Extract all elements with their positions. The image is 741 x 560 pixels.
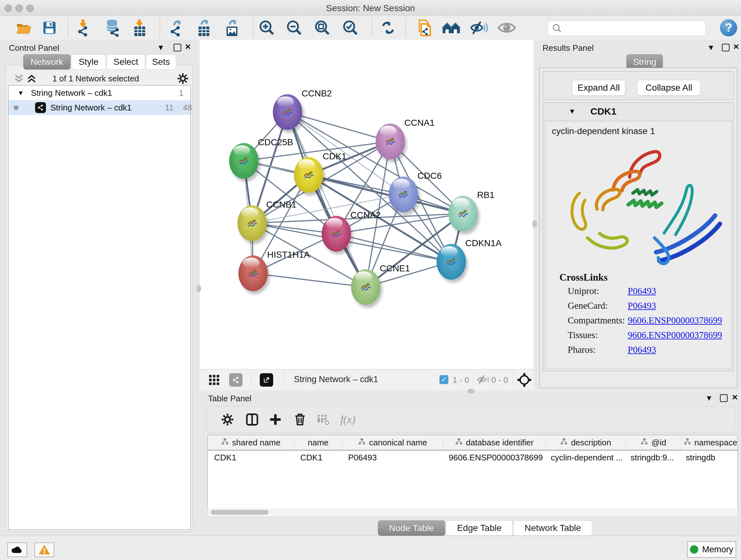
tab-edge-table[interactable]: Edge Table	[446, 520, 513, 536]
zoom-fit-button[interactable]	[312, 17, 333, 38]
network-node-ccna1[interactable]	[376, 124, 405, 159]
export-table-button[interactable]	[194, 17, 215, 38]
tab-string[interactable]: String	[626, 54, 663, 70]
column-header-database-identifier[interactable]: database identifier	[443, 435, 546, 450]
collapse-panel-icon[interactable]: ▼	[705, 394, 713, 402]
string-view-icon[interactable]	[229, 373, 243, 387]
zoom-out-button[interactable]	[284, 17, 305, 38]
section-disclosure-icon[interactable]: ▼	[569, 107, 576, 116]
create-column-icon[interactable]	[267, 411, 284, 428]
graphics-details-button[interactable]	[496, 17, 517, 38]
hide-unhide-button[interactable]	[469, 17, 490, 38]
search-input[interactable]	[565, 23, 705, 34]
collapse-panel-icon[interactable]: ▼	[707, 44, 715, 51]
column-header-canonical-name[interactable]: canonical name	[342, 435, 443, 450]
export-network-button[interactable]	[165, 17, 187, 38]
import-table-file-button[interactable]	[129, 17, 150, 38]
splitter-handle[interactable]	[197, 285, 201, 292]
table-cell[interactable]: stringdb:9...	[624, 450, 679, 464]
selected-checkbox-icon[interactable]: ✓	[440, 375, 448, 384]
home-layout-button[interactable]	[441, 17, 462, 38]
network-node-ccna2[interactable]	[322, 216, 351, 252]
close-panel-icon[interactable]: ×	[733, 42, 739, 51]
close-panel-icon[interactable]: ×	[185, 42, 191, 51]
column-header--id[interactable]: @id	[626, 435, 681, 450]
network-collection-row[interactable]: ▼ String Network – cdk1 1	[9, 85, 191, 100]
network-row-selected[interactable]: String Network – cdk1 11 48	[9, 100, 191, 115]
network-edge-hist1h1a-ccne1[interactable]	[253, 273, 366, 287]
crosslink-link[interactable]: 9606.ENSP00000378699	[628, 315, 722, 326]
network-node-rb1[interactable]	[448, 196, 478, 232]
splitter-handle[interactable]	[532, 220, 537, 227]
open-session-button[interactable]	[13, 17, 35, 38]
float-panel-icon[interactable]	[720, 394, 728, 402]
scrollbar-thumb[interactable]	[211, 510, 268, 515]
crosslink-link[interactable]: P06493	[628, 345, 656, 355]
table-cell[interactable]: 9606.ENSP00000378699	[442, 450, 544, 464]
warnings-button[interactable]	[35, 543, 54, 557]
network-node-ccnb1[interactable]	[238, 205, 267, 241]
export-image-button[interactable]	[222, 17, 243, 38]
detach-view-icon[interactable]	[260, 373, 273, 387]
help-button[interactable]: ?	[720, 19, 737, 37]
cloud-status-button[interactable]	[7, 543, 27, 557]
collection-disclosure-icon[interactable]: ▼	[17, 89, 24, 97]
crosslink-link[interactable]: P06493	[628, 286, 656, 296]
table-cell[interactable]: CDK1	[208, 450, 294, 464]
zoom-selected-button[interactable]	[340, 17, 361, 38]
collapse-panel-icon[interactable]: ▼	[157, 44, 165, 51]
delete-column-icon[interactable]	[292, 411, 308, 428]
table-row[interactable]: CDK1CDK1P064939606.ENSP00000378699cyclin…	[208, 450, 738, 464]
network-node-cdc25b[interactable]	[229, 143, 259, 179]
annotations-button[interactable]	[414, 17, 435, 38]
column-header-namespace[interactable]: namespace	[681, 435, 738, 450]
table-cell[interactable]: P06493	[342, 450, 442, 464]
table-cell[interactable]: cyclin-dependent ...	[544, 450, 624, 464]
node-label-ccnb2: CCNB2	[301, 88, 332, 99]
delete-table-icon[interactable]	[315, 411, 332, 428]
grid-view-icon[interactable]	[208, 374, 220, 387]
tab-sets[interactable]: Sets	[146, 54, 176, 70]
tab-style[interactable]: Style	[71, 54, 106, 70]
tab-network[interactable]: Network	[23, 54, 71, 70]
table-horizontal-scrollbar[interactable]	[207, 508, 738, 517]
refresh-button[interactable]	[378, 17, 399, 38]
network-node-cdc6[interactable]	[389, 177, 418, 212]
zoom-in-button[interactable]	[256, 17, 277, 38]
column-header-shared-name[interactable]: shared name	[208, 435, 294, 450]
collapse-all-button[interactable]: Collapse All	[637, 80, 701, 96]
tab-network-table[interactable]: Network Table	[514, 520, 592, 536]
network-node-ccnb2[interactable]	[273, 94, 302, 130]
search-field[interactable]	[548, 20, 706, 36]
gene-section-header[interactable]: ▼ CDK1	[543, 103, 733, 120]
show-columns-icon[interactable]	[244, 411, 260, 428]
float-panel-icon[interactable]	[174, 44, 181, 51]
expand-all-button[interactable]: Expand All	[572, 80, 625, 96]
import-network-database-button[interactable]	[103, 17, 124, 38]
network-label: String Network – cdk1	[51, 103, 131, 113]
table-cell[interactable]: stringdb	[679, 450, 738, 464]
import-network-file-button[interactable]	[73, 17, 94, 38]
network-node-cdk1[interactable]	[294, 157, 323, 193]
network-edge-ccnb2-ccne1[interactable]	[287, 112, 366, 287]
network-node-cdkn1a[interactable]	[436, 244, 466, 280]
tab-node-table[interactable]: Node Table	[378, 520, 445, 536]
network-node-hist1h1a[interactable]	[239, 255, 268, 291]
table-cell[interactable]: CDK1	[294, 450, 342, 464]
memory-button[interactable]: Memory	[687, 541, 736, 558]
column-header-name[interactable]: name	[294, 435, 342, 450]
network-canvas[interactable]: CCNB2CCNA1CDC25BCDK1CDC6RB1CCNB1CCNA2CDK…	[200, 40, 534, 369]
network-options-gear-icon[interactable]	[177, 72, 189, 86]
tab-select[interactable]: Select	[107, 54, 145, 70]
birds-eye-view-icon[interactable]	[517, 373, 532, 388]
close-panel-icon[interactable]: ×	[732, 392, 738, 402]
splitter-handle[interactable]	[468, 389, 475, 393]
copy-documents-icon	[416, 19, 433, 37]
save-session-button[interactable]	[39, 17, 60, 38]
crosslink-link[interactable]: P06493	[628, 300, 656, 311]
float-panel-icon[interactable]	[722, 44, 730, 51]
crosslink-link[interactable]: 9606.ENSP00000378699	[628, 330, 722, 340]
network-node-ccne1[interactable]	[351, 269, 381, 305]
column-header-description[interactable]: description	[546, 435, 626, 450]
table-options-gear-icon[interactable]	[219, 411, 236, 428]
